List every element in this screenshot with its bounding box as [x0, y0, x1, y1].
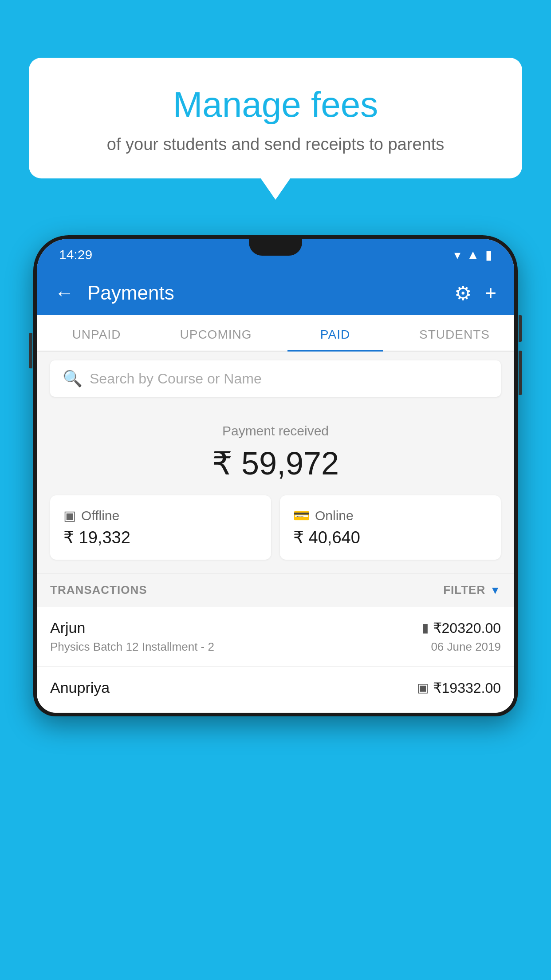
offline-card: ▣ Offline ₹ 19,332 [50, 495, 271, 560]
transaction-row1: Anupriya ▣ ₹19332.00 [50, 679, 501, 696]
app-bar: ← Payments ⚙ + [37, 271, 514, 315]
filter-button[interactable]: FILTER ▼ [443, 583, 501, 597]
transaction-name: Anupriya [50, 679, 110, 696]
tab-unpaid[interactable]: UNPAID [37, 315, 156, 351]
search-bar[interactable]: 🔍 Search by Course or Name [50, 360, 501, 397]
camera-notch [249, 239, 302, 256]
offline-card-header: ▣ Offline [63, 508, 258, 523]
app-title: Payments [87, 282, 441, 304]
filter-icon: ▼ [490, 584, 501, 597]
back-button[interactable]: ← [55, 282, 74, 304]
bubble-title: Manage fees [55, 84, 496, 125]
tab-students[interactable]: STUDENTS [395, 315, 514, 351]
power-button [519, 315, 522, 342]
volume-button [29, 333, 32, 368]
signal-icon: ▲ [467, 248, 479, 262]
online-amount: ₹ 40,640 [293, 528, 488, 547]
offline-amount: ₹ 19,332 [63, 528, 258, 547]
search-input[interactable]: Search by Course or Name [90, 371, 262, 387]
power-button-2 [519, 351, 522, 395]
add-icon[interactable]: + [485, 282, 496, 304]
battery-icon: ▮ [485, 248, 492, 262]
tabs-container: UNPAID UPCOMING PAID STUDENTS [37, 315, 514, 352]
status-icons: ▾ ▲ ▮ [454, 248, 492, 262]
speech-bubble: Manage fees of your students and send re… [29, 58, 522, 178]
online-icon: 💳 [293, 508, 310, 523]
app-bar-icons: ⚙ + [454, 282, 496, 304]
speech-bubble-container: Manage fees of your students and send re… [29, 58, 522, 178]
card-payment-icon: ▮ [422, 620, 429, 635]
payment-summary: Payment received ₹ 59,972 ▣ Offline ₹ 19… [37, 406, 514, 573]
online-label: Online [315, 508, 354, 523]
payment-received-label: Payment received [50, 423, 501, 439]
phone-screen: 14:29 ▾ ▲ ▮ ← Payments ⚙ + UNPAID [37, 239, 514, 713]
payment-cards: ▣ Offline ₹ 19,332 💳 Online ₹ 40,640 [50, 495, 501, 560]
transaction-list: Arjun ▮ ₹20320.00 Physics Batch 12 Insta… [37, 607, 514, 713]
bubble-subtitle: of your students and send receipts to pa… [55, 135, 496, 154]
amount-value: ₹19332.00 [433, 680, 501, 696]
offline-label: Offline [81, 508, 119, 523]
online-card-header: 💳 Online [293, 508, 488, 523]
transaction-name: Arjun [50, 619, 85, 636]
wifi-icon: ▾ [454, 248, 460, 262]
status-time: 14:29 [59, 247, 92, 262]
phone-frame: 14:29 ▾ ▲ ▮ ← Payments ⚙ + UNPAID [33, 235, 518, 716]
transaction-date: 06 June 2019 [431, 640, 501, 654]
table-row[interactable]: Arjun ▮ ₹20320.00 Physics Batch 12 Insta… [37, 607, 514, 667]
transactions-header: TRANSACTIONS FILTER ▼ [37, 573, 514, 607]
transaction-amount: ▣ ₹19332.00 [417, 680, 501, 696]
table-row[interactable]: Anupriya ▣ ₹19332.00 [37, 667, 514, 713]
search-icon: 🔍 [63, 369, 83, 388]
settings-icon[interactable]: ⚙ [454, 282, 472, 304]
amount-value: ₹20320.00 [433, 620, 501, 636]
tab-paid[interactable]: PAID [276, 315, 395, 351]
offline-icon: ▣ [63, 508, 76, 523]
transaction-detail: Physics Batch 12 Installment - 2 [50, 640, 214, 654]
filter-label: FILTER [443, 583, 485, 597]
transaction-amount: ▮ ₹20320.00 [422, 620, 501, 636]
tab-upcoming[interactable]: UPCOMING [156, 315, 276, 351]
search-bar-container: 🔍 Search by Course or Name [37, 352, 514, 406]
transaction-row1: Arjun ▮ ₹20320.00 [50, 619, 501, 636]
phone-container: 14:29 ▾ ▲ ▮ ← Payments ⚙ + UNPAID [33, 235, 518, 980]
transactions-label: TRANSACTIONS [50, 583, 147, 597]
offline-payment-icon: ▣ [417, 680, 429, 695]
transaction-row2: Physics Batch 12 Installment - 2 06 June… [50, 640, 501, 654]
online-card: 💳 Online ₹ 40,640 [280, 495, 501, 560]
payment-total-amount: ₹ 59,972 [50, 445, 501, 482]
